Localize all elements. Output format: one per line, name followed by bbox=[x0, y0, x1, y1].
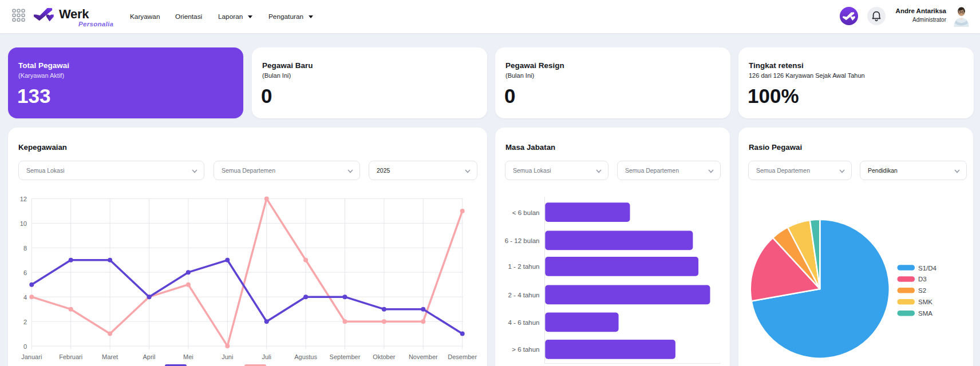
svg-text:S1/D4: S1/D4 bbox=[918, 265, 937, 272]
svg-text:September: September bbox=[330, 353, 361, 360]
svg-text:1 - 2 tahun: 1 - 2 tahun bbox=[508, 263, 540, 270]
svg-text:0: 0 bbox=[23, 343, 27, 350]
svg-text:8: 8 bbox=[23, 245, 27, 252]
svg-text:4: 4 bbox=[23, 294, 27, 301]
svg-text:SMA: SMA bbox=[918, 310, 932, 317]
svg-text:S2: S2 bbox=[918, 287, 926, 294]
svg-text:10: 10 bbox=[20, 220, 27, 227]
svg-text:Juli: Juli bbox=[262, 353, 271, 360]
svg-text:12: 12 bbox=[20, 196, 27, 202]
svg-text:> 6 tahun: > 6 tahun bbox=[512, 346, 539, 353]
svg-text:2 - 4 tahun: 2 - 4 tahun bbox=[508, 292, 540, 299]
svg-text:Maret: Maret bbox=[102, 353, 118, 360]
svg-text:6: 6 bbox=[23, 269, 27, 276]
svg-text:Januari: Januari bbox=[21, 353, 42, 360]
svg-text:November: November bbox=[409, 353, 438, 360]
svg-text:Agustus: Agustus bbox=[294, 353, 317, 360]
svg-text:April: April bbox=[143, 353, 155, 360]
svg-text:D3: D3 bbox=[918, 276, 927, 283]
svg-text:Mei: Mei bbox=[183, 353, 193, 360]
svg-text:< 6 bulan: < 6 bulan bbox=[512, 209, 540, 216]
svg-text:2: 2 bbox=[23, 319, 27, 325]
svg-text:4 - 6 tahun: 4 - 6 tahun bbox=[508, 319, 540, 326]
svg-text:Desember: Desember bbox=[448, 353, 477, 360]
svg-text:6 - 12 bulan: 6 - 12 bulan bbox=[505, 237, 540, 244]
svg-text:Februari: Februari bbox=[59, 353, 82, 360]
svg-text:SMK: SMK bbox=[918, 299, 932, 305]
svg-text:Juni: Juni bbox=[222, 353, 233, 360]
svg-text:Oktober: Oktober bbox=[373, 353, 395, 360]
